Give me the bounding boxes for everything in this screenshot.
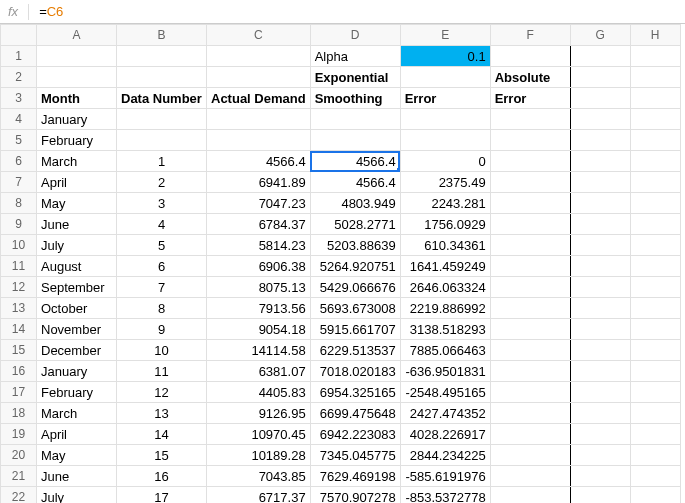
row-header[interactable]: 11 [1, 256, 37, 277]
cell[interactable] [630, 319, 680, 340]
cell-data-number[interactable]: 8 [117, 298, 207, 319]
cell-error[interactable]: 610.34361 [400, 235, 490, 256]
cell-abs-error[interactable] [490, 256, 570, 277]
cell-abs-error[interactable] [490, 193, 570, 214]
row-header[interactable]: 14 [1, 319, 37, 340]
cell[interactable] [570, 172, 630, 193]
cell[interactable] [570, 235, 630, 256]
col-header[interactable]: E [400, 25, 490, 46]
cell[interactable] [630, 151, 680, 172]
cell-data-number[interactable]: 10 [117, 340, 207, 361]
cell-error[interactable] [400, 109, 490, 130]
cell-actual-demand[interactable]: 4566.4 [207, 151, 311, 172]
cell[interactable] [117, 46, 207, 67]
cell[interactable] [630, 298, 680, 319]
header-error[interactable]: Error [400, 88, 490, 109]
cell-actual-demand[interactable]: 10970.45 [207, 424, 311, 445]
cell-abs-error[interactable] [490, 466, 570, 487]
cell-data-number[interactable]: 11 [117, 361, 207, 382]
cell-actual-demand[interactable]: 7043.85 [207, 466, 311, 487]
cell-error[interactable]: 7885.066463 [400, 340, 490, 361]
cell-month[interactable]: January [37, 361, 117, 382]
cell-month[interactable]: January [37, 109, 117, 130]
cell-data-number[interactable]: 12 [117, 382, 207, 403]
cell-error[interactable]: -636.9501831 [400, 361, 490, 382]
cell[interactable] [630, 109, 680, 130]
cell-actual-demand[interactable]: 14114.58 [207, 340, 311, 361]
row-header[interactable]: 9 [1, 214, 37, 235]
col-header[interactable]: B [117, 25, 207, 46]
cell-data-number[interactable]: 14 [117, 424, 207, 445]
cell[interactable] [570, 424, 630, 445]
cell[interactable] [630, 340, 680, 361]
cell-month[interactable]: July [37, 487, 117, 504]
cell[interactable] [630, 193, 680, 214]
cell-actual-demand[interactable]: 10189.28 [207, 445, 311, 466]
cell[interactable] [570, 193, 630, 214]
cell-data-number[interactable] [117, 109, 207, 130]
cell-actual-demand[interactable]: 6941.89 [207, 172, 311, 193]
header-smoothing[interactable]: Smoothing [310, 88, 400, 109]
cell-smoothing[interactable]: 4803.949 [310, 193, 400, 214]
cell-month[interactable]: June [37, 466, 117, 487]
cell[interactable] [570, 130, 630, 151]
cell-abs-error[interactable] [490, 151, 570, 172]
cell[interactable] [570, 109, 630, 130]
cell-error[interactable]: 2427.474352 [400, 403, 490, 424]
cell[interactable] [207, 67, 311, 88]
row-header[interactable]: 10 [1, 235, 37, 256]
cell-abs-error[interactable] [490, 403, 570, 424]
alpha-value-cell[interactable]: 0.1 [400, 46, 490, 67]
cell-month[interactable]: October [37, 298, 117, 319]
row-header[interactable]: 1 [1, 46, 37, 67]
cell-error[interactable]: 2219.886992 [400, 298, 490, 319]
cell-abs-error[interactable] [490, 235, 570, 256]
cell[interactable] [630, 487, 680, 504]
cell-smoothing[interactable]: 7018.020183 [310, 361, 400, 382]
cell[interactable] [570, 256, 630, 277]
cell-error[interactable]: -2548.495165 [400, 382, 490, 403]
cell-month[interactable]: February [37, 130, 117, 151]
corner-cell[interactable] [1, 25, 37, 46]
cell[interactable] [490, 46, 570, 67]
cell-error[interactable]: 2646.063324 [400, 277, 490, 298]
cell-error[interactable]: 0 [400, 151, 490, 172]
cell-data-number[interactable]: 17 [117, 487, 207, 504]
cell-abs-error[interactable] [490, 361, 570, 382]
cell-abs-error[interactable] [490, 172, 570, 193]
cell[interactable] [570, 277, 630, 298]
cell-smoothing[interactable] [310, 109, 400, 130]
cell-data-number[interactable]: 2 [117, 172, 207, 193]
cell-actual-demand[interactable]: 7047.23 [207, 193, 311, 214]
cell-month[interactable]: August [37, 256, 117, 277]
cell-smoothing[interactable]: 6942.223083 [310, 424, 400, 445]
cell-smoothing[interactable]: 6229.513537 [310, 340, 400, 361]
row-header[interactable]: 13 [1, 298, 37, 319]
cell-smoothing[interactable]: 4566.4 [310, 151, 400, 172]
cell[interactable] [570, 403, 630, 424]
cell-month[interactable]: February [37, 382, 117, 403]
formula-input[interactable]: =C6 [39, 4, 63, 19]
cell[interactable] [570, 382, 630, 403]
cell-data-number[interactable]: 7 [117, 277, 207, 298]
spreadsheet-grid[interactable]: A B C D E F G H 1Alpha0.12ExponentialAbs… [0, 24, 681, 503]
header-error2[interactable]: Error [490, 88, 570, 109]
row-header[interactable]: 17 [1, 382, 37, 403]
cell[interactable] [570, 67, 630, 88]
cell[interactable] [570, 88, 630, 109]
cell-abs-error[interactable] [490, 382, 570, 403]
cell-data-number[interactable]: 5 [117, 235, 207, 256]
cell[interactable] [570, 319, 630, 340]
cell[interactable] [630, 424, 680, 445]
cell-data-number[interactable]: 4 [117, 214, 207, 235]
cell[interactable] [630, 445, 680, 466]
cell-abs-error[interactable] [490, 445, 570, 466]
cell[interactable] [630, 172, 680, 193]
cell-error[interactable]: 2844.234225 [400, 445, 490, 466]
cell[interactable] [630, 256, 680, 277]
cell-error[interactable] [400, 130, 490, 151]
cell[interactable] [570, 487, 630, 504]
cell-smoothing[interactable]: 7629.469198 [310, 466, 400, 487]
header-absolute[interactable]: Absolute [490, 67, 570, 88]
cell-data-number[interactable]: 9 [117, 319, 207, 340]
